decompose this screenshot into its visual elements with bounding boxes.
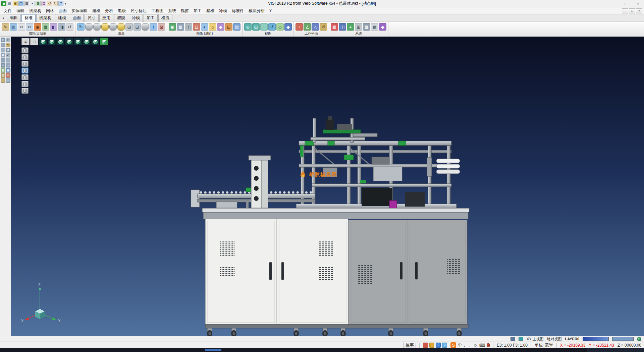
layer-color-bar[interactable] bbox=[583, 337, 609, 341]
globe-icon[interactable] bbox=[637, 337, 641, 341]
view-list-icon[interactable]: ≡ bbox=[21, 38, 30, 45]
menu-item[interactable]: 文件 bbox=[1, 7, 14, 14]
menu-item[interactable]: 网格 bbox=[44, 7, 56, 14]
tab-item[interactable]: 模流 bbox=[158, 14, 172, 22]
entity-group-icon[interactable]: ⊟ bbox=[133, 23, 141, 31]
copy-icon[interactable]: ⊞ bbox=[36, 1, 41, 6]
rotate-tool-icon[interactable]: ↺ bbox=[6, 48, 10, 52]
entity-box-icon[interactable]: ⊞ bbox=[125, 23, 133, 31]
print-icon[interactable]: ⊟ bbox=[24, 1, 29, 6]
view-bottom-icon[interactable] bbox=[83, 38, 91, 45]
menu-item[interactable]: 实体编辑 bbox=[69, 7, 90, 14]
entity-highlight-icon[interactable] bbox=[101, 23, 109, 31]
circle-tool-icon[interactable]: ○ bbox=[1, 63, 5, 68]
app-tray-icon-2[interactable] bbox=[429, 343, 434, 348]
point-tool-icon[interactable]: ◦ bbox=[1, 58, 5, 62]
mask-filter-icon[interactable]: ◨ bbox=[58, 23, 65, 31]
new-file-icon[interactable]: ▤ bbox=[7, 1, 12, 6]
isometric-view-icon[interactable]: ◆ bbox=[284, 23, 292, 31]
view-front-icon[interactable] bbox=[48, 38, 56, 45]
tab-item[interactable]: 线架构 bbox=[36, 14, 54, 22]
render-settings-icon[interactable]: ◆ bbox=[379, 23, 386, 31]
view-iso-icon[interactable] bbox=[91, 38, 99, 45]
visi-logo-icon[interactable]: ◆ bbox=[1, 1, 6, 6]
edit-attributes-icon[interactable]: ✎ bbox=[2, 23, 9, 31]
world-icon[interactable]: ● bbox=[347, 23, 354, 31]
viewport-3d[interactable]: ≡□ 塑胶模具网 Z X Y bbox=[11, 37, 644, 336]
sketch-tool-icon[interactable]: ✎ bbox=[6, 43, 10, 47]
snap-grid-icon[interactable]: ⊞ bbox=[1, 43, 5, 47]
menu-item[interactable]: 视窗 bbox=[178, 7, 191, 14]
view-left-icon[interactable] bbox=[65, 38, 73, 45]
taskbar-app-chip[interactable] bbox=[205, 349, 221, 351]
workplane-reset-icon[interactable]: ↺ bbox=[320, 23, 327, 31]
tab-item[interactable]: 建模 bbox=[55, 14, 69, 22]
hatch-settings-icon[interactable]: ▩ bbox=[371, 23, 378, 31]
help-tray-icon[interactable]: ? bbox=[436, 343, 441, 348]
wireframe-view-icon[interactable]: ▦ bbox=[177, 23, 184, 31]
ime-emoji-button[interactable]: ☺ bbox=[473, 343, 477, 348]
menu-item[interactable]: 模流分析 bbox=[246, 7, 267, 14]
view-shaded-iso-icon[interactable] bbox=[100, 38, 108, 45]
view-normal-icon[interactable]: ◇ bbox=[276, 23, 284, 31]
help-icon[interactable]: ? bbox=[58, 1, 63, 6]
show-wireframe-icon[interactable] bbox=[21, 61, 29, 67]
workplane-origin-icon[interactable]: + bbox=[296, 23, 303, 31]
paste-icon[interactable]: ⊡ bbox=[41, 1, 46, 6]
view-empty-icon[interactable]: □ bbox=[30, 38, 38, 45]
section-view-icon[interactable]: ⊟ bbox=[193, 23, 200, 31]
menu-item[interactable]: ? bbox=[267, 7, 274, 14]
minimize-button[interactable]: – bbox=[608, 0, 620, 7]
show-annotations-icon[interactable] bbox=[21, 88, 29, 94]
entity-compress-icon[interactable] bbox=[142, 23, 149, 31]
show-surfaces-icon[interactable] bbox=[21, 74, 29, 80]
open-file-icon[interactable]: ▣ bbox=[13, 1, 18, 6]
menu-item[interactable]: 建模 bbox=[90, 7, 103, 14]
zoom-select-icon[interactable]: ⊕ bbox=[1, 38, 5, 42]
calculator-icon[interactable]: ▦ bbox=[363, 23, 370, 31]
mdi-minimize-button[interactable]: – bbox=[622, 8, 628, 13]
ime-language-toggle[interactable]: 中 bbox=[458, 342, 462, 348]
tab-item[interactable]: 冲模 bbox=[129, 14, 143, 22]
redo-icon[interactable]: ↻ bbox=[53, 1, 58, 6]
element-filter-icon[interactable]: ◧ bbox=[50, 23, 57, 31]
view-right-icon[interactable] bbox=[56, 38, 64, 45]
menu-item[interactable]: 标准件 bbox=[229, 7, 246, 14]
undo-icon[interactable]: ↺ bbox=[47, 1, 52, 6]
mdi-close-button[interactable]: × bbox=[636, 8, 642, 13]
entity-database-icon[interactable] bbox=[85, 23, 93, 31]
refresh-graphics-icon[interactable]: ↻ bbox=[77, 23, 85, 31]
layer-filter-icon[interactable]: ▦ bbox=[42, 23, 49, 31]
current-layer-label[interactable]: LAYER0 bbox=[565, 337, 579, 341]
cut-icon[interactable]: ✂ bbox=[30, 1, 35, 6]
selection-color-bar[interactable] bbox=[612, 337, 634, 341]
windows-taskbar[interactable] bbox=[0, 348, 644, 352]
show-all-icon[interactable] bbox=[21, 47, 29, 53]
tab-dropdown-button[interactable]: ▾ bbox=[1, 16, 6, 20]
cut-tool-icon[interactable]: ✂ bbox=[6, 38, 10, 42]
tab-item[interactable]: 应用 bbox=[99, 14, 113, 22]
entity-list-icon[interactable] bbox=[93, 23, 101, 31]
view-top-icon[interactable] bbox=[39, 38, 47, 45]
show-planes-icon[interactable] bbox=[21, 81, 29, 87]
show-solids-icon[interactable] bbox=[21, 68, 29, 74]
menu-item[interactable]: 曲面 bbox=[56, 7, 69, 14]
entity-store-icon[interactable] bbox=[109, 23, 117, 31]
ime-punctuation-toggle[interactable]: 。， bbox=[464, 342, 472, 348]
menu-item[interactable]: 冲模 bbox=[217, 7, 229, 14]
close-button[interactable]: × bbox=[632, 0, 644, 7]
cut-elements-icon[interactable]: ✂ bbox=[18, 23, 25, 31]
display-settings-icon[interactable]: ◫ bbox=[339, 23, 346, 31]
shaded-view-icon[interactable]: ▣ bbox=[169, 23, 176, 31]
hidden-line-icon[interactable]: ◫ bbox=[185, 23, 192, 31]
copy-attributes-icon[interactable]: ▥ bbox=[10, 23, 17, 31]
tab-item[interactable]: 编辑 bbox=[7, 14, 21, 22]
magnet-filter-icon[interactable]: ◉ bbox=[34, 23, 41, 31]
absolute-view-label[interactable]: 绝对视图 bbox=[547, 337, 562, 342]
lock-button[interactable]: 拴牢 bbox=[403, 342, 416, 349]
grid-snap-icon[interactable]: ⊞ bbox=[355, 23, 362, 31]
microphone-icon[interactable] bbox=[487, 343, 490, 347]
annotation-icon[interactable]: ▭ bbox=[1, 78, 5, 83]
save-file-icon[interactable]: ◫ bbox=[18, 1, 23, 6]
menu-item[interactable]: 电极 bbox=[115, 7, 128, 14]
